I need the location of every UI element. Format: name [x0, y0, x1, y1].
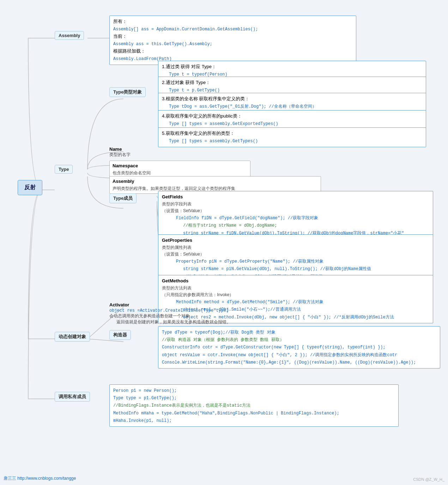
- type-obj-item3: 3.根据类的全名称 获取程序集中定义的类： Type tDog = ass.Ge…: [158, 93, 426, 113]
- assembly-all-title: 所有：: [113, 18, 352, 25]
- assembly-content: 所有： Assembly[] ass = AppDomain.CurrentDo…: [109, 16, 356, 65]
- call-private-block: Person p1 = new Person(); Type type = p1…: [109, 384, 399, 427]
- type-member-node: Type成员: [109, 193, 137, 203]
- type-obj-item4: 4.获取程序集中定义的所有的public类： Type [] types = a…: [158, 110, 426, 130]
- assembly-node: Assembly: [55, 31, 84, 40]
- dynamic-create-node: 动态创建对象: [55, 332, 90, 342]
- footer-right: CSDN @Z_W_H_: [413, 477, 444, 481]
- name-block: Name 类型的名字: [109, 146, 131, 158]
- namespace-block: Namespace 包含类型的命名空间: [109, 161, 250, 178]
- constructor-block: Type dType = typeof(Dog);//获取 Dog类 类型 对象…: [158, 326, 440, 369]
- assembly-path-title: 根据路径加载：: [113, 48, 352, 55]
- call-private-node: 调用私有成员: [55, 392, 90, 402]
- constructor-node: 构造器: [109, 330, 131, 340]
- assembly-current-code: Assembly ass = this.GetType().Assembly;: [113, 40, 352, 48]
- footer-left: 唐三三 http://www.cnblogs.com/tangge: [4, 475, 76, 481]
- assembly-all-code: Assembly[] ass = AppDomain.CurrentDomain…: [113, 25, 352, 33]
- activator-block: Activator object res =Activator.CreateIn…: [109, 302, 392, 325]
- root-node: 反射: [18, 180, 42, 195]
- type-type-object-node: Type类型对象: [109, 87, 146, 97]
- type-obj-item5: 5.获取程序集中定义的所有的类型： Type [] types = assemb…: [158, 127, 426, 147]
- type-node: Type: [55, 165, 73, 174]
- assembly-current-title: 当前：: [113, 33, 352, 40]
